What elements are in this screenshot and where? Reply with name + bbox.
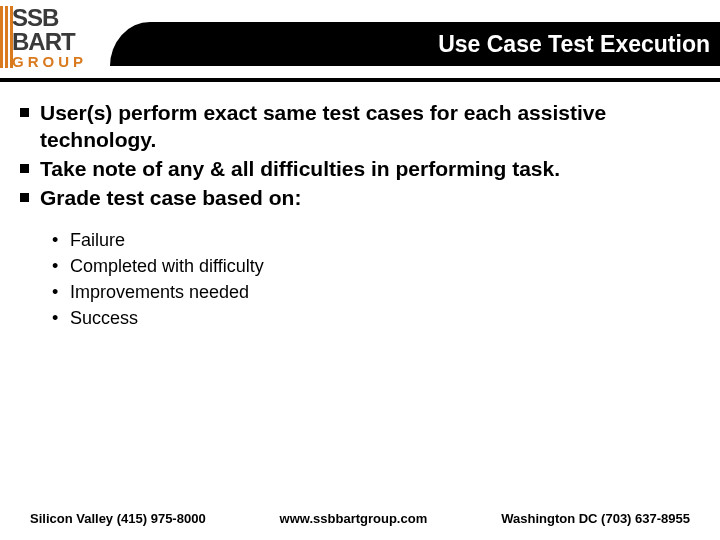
sub-bullet-text: Success (70, 308, 138, 328)
main-bullet-list: User(s) perform exact same test cases fo… (18, 100, 702, 212)
sub-bullet-text: Improvements needed (70, 282, 249, 302)
list-item: Success (50, 306, 702, 330)
sub-bullet-text: Failure (70, 230, 125, 250)
list-item: Completed with difficulty (50, 254, 702, 278)
bullet-text: Take note of any & all difficulties in p… (40, 157, 560, 180)
footer-right: Washington DC (703) 637-8955 (501, 511, 690, 526)
list-item: User(s) perform exact same test cases fo… (18, 100, 702, 154)
company-logo: SSB BART GROUP (12, 6, 87, 69)
header-underline (0, 78, 720, 82)
sub-bullet-list: Failure Completed with difficulty Improv… (50, 228, 702, 331)
slide-header: SSB BART GROUP Use Case Test Execution (0, 0, 720, 78)
list-item: Grade test case based on: (18, 185, 702, 212)
list-item: Take note of any & all difficulties in p… (18, 156, 702, 183)
footer-center: www.ssbbartgroup.com (280, 511, 428, 526)
list-item: Failure (50, 228, 702, 252)
list-item: Improvements needed (50, 280, 702, 304)
title-bar: Use Case Test Execution (150, 22, 720, 66)
logo-text-bart: BART (12, 30, 87, 54)
slide-title: Use Case Test Execution (438, 31, 710, 58)
bullet-text: User(s) perform exact same test cases fo… (40, 101, 606, 151)
logo-text-group: GROUP (12, 54, 87, 69)
footer-left: Silicon Valley (415) 975-8000 (30, 511, 206, 526)
slide-footer: Silicon Valley (415) 975-8000 www.ssbbar… (0, 511, 720, 526)
slide-content: User(s) perform exact same test cases fo… (18, 100, 702, 333)
sub-bullet-text: Completed with difficulty (70, 256, 264, 276)
bullet-text: Grade test case based on: (40, 186, 301, 209)
logo-text-ssb: SSB (12, 6, 87, 30)
